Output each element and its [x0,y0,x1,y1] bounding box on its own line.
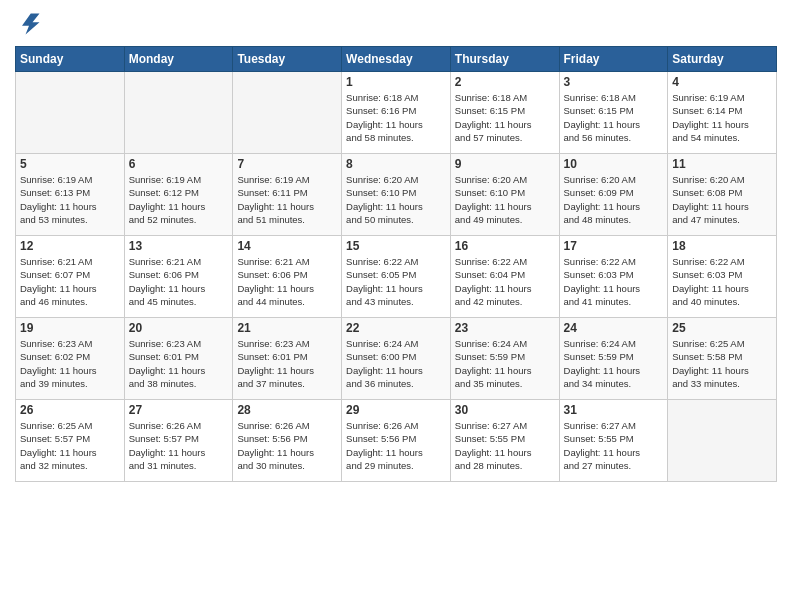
day-number: 24 [564,321,664,335]
day-number: 21 [237,321,337,335]
calendar-cell: 22Sunrise: 6:24 AM Sunset: 6:00 PM Dayli… [342,318,451,400]
calendar-cell: 7Sunrise: 6:19 AM Sunset: 6:11 PM Daylig… [233,154,342,236]
calendar-cell: 13Sunrise: 6:21 AM Sunset: 6:06 PM Dayli… [124,236,233,318]
day-number: 4 [672,75,772,89]
calendar-cell: 20Sunrise: 6:23 AM Sunset: 6:01 PM Dayli… [124,318,233,400]
day-info: Sunrise: 6:21 AM Sunset: 6:07 PM Dayligh… [20,255,120,308]
day-info: Sunrise: 6:24 AM Sunset: 6:00 PM Dayligh… [346,337,446,390]
calendar-cell: 15Sunrise: 6:22 AM Sunset: 6:05 PM Dayli… [342,236,451,318]
day-info: Sunrise: 6:21 AM Sunset: 6:06 PM Dayligh… [237,255,337,308]
day-number: 8 [346,157,446,171]
day-info: Sunrise: 6:18 AM Sunset: 6:15 PM Dayligh… [564,91,664,144]
day-number: 9 [455,157,555,171]
day-info: Sunrise: 6:27 AM Sunset: 5:55 PM Dayligh… [564,419,664,472]
day-info: Sunrise: 6:24 AM Sunset: 5:59 PM Dayligh… [455,337,555,390]
day-number: 20 [129,321,229,335]
day-info: Sunrise: 6:19 AM Sunset: 6:11 PM Dayligh… [237,173,337,226]
page-container: SundayMondayTuesdayWednesdayThursdayFrid… [0,0,792,612]
day-header-monday: Monday [124,47,233,72]
calendar-cell: 4Sunrise: 6:19 AM Sunset: 6:14 PM Daylig… [668,72,777,154]
day-info: Sunrise: 6:20 AM Sunset: 6:10 PM Dayligh… [346,173,446,226]
calendar-cell: 30Sunrise: 6:27 AM Sunset: 5:55 PM Dayli… [450,400,559,482]
day-number: 2 [455,75,555,89]
calendar-week-1: 1Sunrise: 6:18 AM Sunset: 6:16 PM Daylig… [16,72,777,154]
day-info: Sunrise: 6:18 AM Sunset: 6:16 PM Dayligh… [346,91,446,144]
day-number: 5 [20,157,120,171]
calendar-cell: 26Sunrise: 6:25 AM Sunset: 5:57 PM Dayli… [16,400,125,482]
day-number: 30 [455,403,555,417]
day-number: 18 [672,239,772,253]
day-header-friday: Friday [559,47,668,72]
calendar-week-3: 12Sunrise: 6:21 AM Sunset: 6:07 PM Dayli… [16,236,777,318]
day-info: Sunrise: 6:21 AM Sunset: 6:06 PM Dayligh… [129,255,229,308]
calendar-cell: 25Sunrise: 6:25 AM Sunset: 5:58 PM Dayli… [668,318,777,400]
day-number: 13 [129,239,229,253]
calendar-cell: 27Sunrise: 6:26 AM Sunset: 5:57 PM Dayli… [124,400,233,482]
day-info: Sunrise: 6:23 AM Sunset: 6:02 PM Dayligh… [20,337,120,390]
calendar-cell: 5Sunrise: 6:19 AM Sunset: 6:13 PM Daylig… [16,154,125,236]
day-number: 25 [672,321,772,335]
day-number: 11 [672,157,772,171]
calendar-cell: 31Sunrise: 6:27 AM Sunset: 5:55 PM Dayli… [559,400,668,482]
day-header-tuesday: Tuesday [233,47,342,72]
day-info: Sunrise: 6:22 AM Sunset: 6:05 PM Dayligh… [346,255,446,308]
svg-marker-1 [22,14,40,35]
day-number: 15 [346,239,446,253]
calendar-cell: 18Sunrise: 6:22 AM Sunset: 6:03 PM Dayli… [668,236,777,318]
day-number: 31 [564,403,664,417]
day-header-saturday: Saturday [668,47,777,72]
day-info: Sunrise: 6:20 AM Sunset: 6:09 PM Dayligh… [564,173,664,226]
calendar-cell: 2Sunrise: 6:18 AM Sunset: 6:15 PM Daylig… [450,72,559,154]
calendar-cell [668,400,777,482]
calendar-cell: 17Sunrise: 6:22 AM Sunset: 6:03 PM Dayli… [559,236,668,318]
day-info: Sunrise: 6:18 AM Sunset: 6:15 PM Dayligh… [455,91,555,144]
calendar-week-4: 19Sunrise: 6:23 AM Sunset: 6:02 PM Dayli… [16,318,777,400]
day-info: Sunrise: 6:19 AM Sunset: 6:13 PM Dayligh… [20,173,120,226]
day-info: Sunrise: 6:27 AM Sunset: 5:55 PM Dayligh… [455,419,555,472]
day-info: Sunrise: 6:24 AM Sunset: 5:59 PM Dayligh… [564,337,664,390]
header [15,10,777,38]
day-info: Sunrise: 6:25 AM Sunset: 5:57 PM Dayligh… [20,419,120,472]
calendar-cell [233,72,342,154]
day-number: 19 [20,321,120,335]
day-number: 27 [129,403,229,417]
day-number: 3 [564,75,664,89]
day-info: Sunrise: 6:25 AM Sunset: 5:58 PM Dayligh… [672,337,772,390]
day-header-wednesday: Wednesday [342,47,451,72]
calendar-cell: 9Sunrise: 6:20 AM Sunset: 6:10 PM Daylig… [450,154,559,236]
day-number: 16 [455,239,555,253]
day-info: Sunrise: 6:26 AM Sunset: 5:56 PM Dayligh… [237,419,337,472]
calendar-week-2: 5Sunrise: 6:19 AM Sunset: 6:13 PM Daylig… [16,154,777,236]
day-number: 17 [564,239,664,253]
day-number: 1 [346,75,446,89]
day-info: Sunrise: 6:19 AM Sunset: 6:12 PM Dayligh… [129,173,229,226]
day-number: 6 [129,157,229,171]
day-info: Sunrise: 6:23 AM Sunset: 6:01 PM Dayligh… [237,337,337,390]
day-info: Sunrise: 6:20 AM Sunset: 6:08 PM Dayligh… [672,173,772,226]
calendar-header-row: SundayMondayTuesdayWednesdayThursdayFrid… [16,47,777,72]
calendar-cell: 14Sunrise: 6:21 AM Sunset: 6:06 PM Dayli… [233,236,342,318]
calendar-cell: 19Sunrise: 6:23 AM Sunset: 6:02 PM Dayli… [16,318,125,400]
calendar-cell: 28Sunrise: 6:26 AM Sunset: 5:56 PM Dayli… [233,400,342,482]
day-info: Sunrise: 6:22 AM Sunset: 6:03 PM Dayligh… [564,255,664,308]
calendar-cell: 29Sunrise: 6:26 AM Sunset: 5:56 PM Dayli… [342,400,451,482]
day-header-thursday: Thursday [450,47,559,72]
day-number: 23 [455,321,555,335]
calendar-cell: 11Sunrise: 6:20 AM Sunset: 6:08 PM Dayli… [668,154,777,236]
day-number: 10 [564,157,664,171]
day-info: Sunrise: 6:20 AM Sunset: 6:10 PM Dayligh… [455,173,555,226]
calendar-cell: 3Sunrise: 6:18 AM Sunset: 6:15 PM Daylig… [559,72,668,154]
calendar-cell: 16Sunrise: 6:22 AM Sunset: 6:04 PM Dayli… [450,236,559,318]
day-number: 26 [20,403,120,417]
calendar-cell: 1Sunrise: 6:18 AM Sunset: 6:16 PM Daylig… [342,72,451,154]
logo-icon [15,10,43,38]
day-number: 14 [237,239,337,253]
day-number: 7 [237,157,337,171]
day-number: 29 [346,403,446,417]
day-info: Sunrise: 6:22 AM Sunset: 6:03 PM Dayligh… [672,255,772,308]
logo [15,10,47,38]
calendar-cell: 10Sunrise: 6:20 AM Sunset: 6:09 PM Dayli… [559,154,668,236]
calendar-cell [124,72,233,154]
day-info: Sunrise: 6:22 AM Sunset: 6:04 PM Dayligh… [455,255,555,308]
day-header-sunday: Sunday [16,47,125,72]
